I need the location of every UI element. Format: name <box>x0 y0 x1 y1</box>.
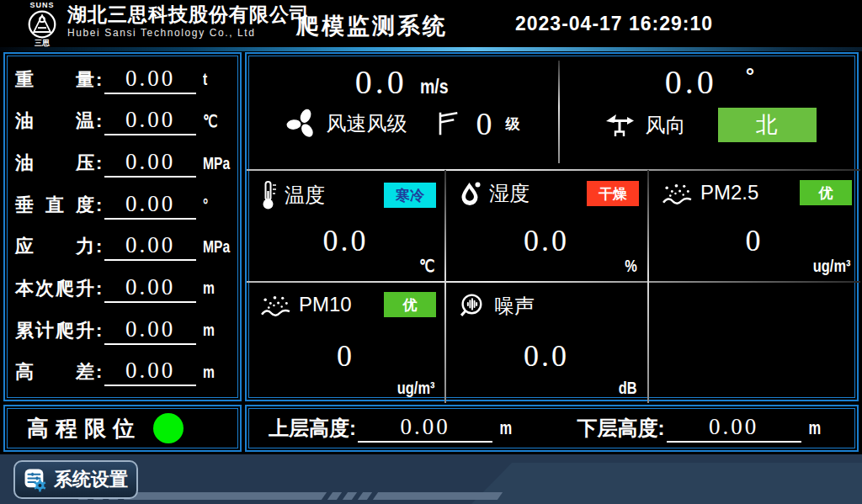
measure-value: 0.00 <box>104 358 196 386</box>
sensor-value: 0.0 <box>247 225 444 256</box>
colon: : <box>96 236 102 257</box>
sensor-cell-pm25: PM2.5 优 0 ug/m³ <box>648 170 860 281</box>
lower-height-label: 下层高度: <box>577 415 665 442</box>
elevation-limit-label: 高程限位 <box>27 414 141 443</box>
upper-height-group: 上层高度: 0.00 m <box>269 414 527 442</box>
thermometer-icon <box>260 180 277 210</box>
humidity-status-badge: 干燥 <box>587 181 639 206</box>
measure-unit: t <box>203 70 226 89</box>
measure-value: 0.00 <box>104 191 196 220</box>
temperature-status-badge: 寒冷 <box>384 183 436 208</box>
upper-height-unit: m <box>499 417 512 439</box>
elevation-limit-indicator <box>153 413 184 443</box>
measure-label: 油压 <box>15 151 94 176</box>
wind-direction-unit: ° <box>746 63 754 89</box>
layer-heights-box: 上层高度: 0.00 m 下层高度: 0.00 m <box>245 405 859 452</box>
wind-speed-label: 风速风级 <box>327 110 407 137</box>
measure-row-total-climb: 累计爬升 : 0.00 m <box>15 311 231 350</box>
measure-label: 累计爬升 <box>15 318 94 343</box>
measure-value: 0.00 <box>104 107 196 135</box>
lower-height-value: 0.00 <box>667 414 801 442</box>
measure-value: 0.00 <box>104 274 196 303</box>
measurements-sidebar: 重量 : 0.00 t 油温 : 0.00 ℃ 油压 : 0.00 MPa 垂直… <box>3 52 242 401</box>
sensor-value: 0 <box>648 225 860 256</box>
particles-icon <box>260 293 291 317</box>
company-name-en: Hubei Sansi Technology Co., Ltd <box>67 27 310 39</box>
sensor-cell-temperature: 温度 寒冷 0.0 ℃ <box>247 170 444 281</box>
measure-row-current-climb: 本次爬升 : 0.00 m <box>15 269 231 308</box>
sensor-value: 0.0 <box>445 225 647 256</box>
sensor-cell-pm10: PM10 优 0 ug/m³ <box>247 282 444 403</box>
page-title: 爬模监测系统 <box>296 11 448 41</box>
measure-unit: MPa <box>203 237 226 257</box>
sensor-unit: dB <box>619 379 637 398</box>
humidity-icon <box>459 180 482 207</box>
measure-row-oil-temp: 油温 : 0.00 ℃ <box>15 102 231 141</box>
measure-row-oil-pressure: 油压 : 0.00 MPa <box>15 144 231 183</box>
sensor-label: 温度 <box>285 182 325 209</box>
footer-stripes <box>81 492 500 500</box>
datetime-display: 2023-04-17 16:29:10 <box>515 13 713 35</box>
colon: : <box>96 110 102 132</box>
wind-speed-section: 0.0 m/s 风速风级 <box>247 54 559 170</box>
measure-unit: ° <box>203 195 226 215</box>
measure-value: 0.00 <box>104 316 196 345</box>
measure-label: 重量 <box>15 67 94 93</box>
measure-unit: m <box>203 279 226 298</box>
sensor-unit: ug/m³ <box>812 257 850 276</box>
colon: : <box>96 361 102 383</box>
company-name-cn: 湖北三思科技股份有限公司 <box>67 4 310 25</box>
header: SUNS 三思 湖北三思科技股份有限公司 Hubei Sansi Technol… <box>0 0 862 47</box>
measure-label: 油温 <box>15 109 94 134</box>
sensor-value: 0 <box>247 341 444 371</box>
company-logo: SUNS 三思 <box>19 1 66 49</box>
wind-vane-icon <box>604 113 637 138</box>
colon: : <box>96 152 102 174</box>
sensor-label: PM2.5 <box>700 181 758 204</box>
settings-button-label: 系统设置 <box>54 467 128 492</box>
colon: : <box>96 278 102 300</box>
measure-unit: m <box>203 363 226 382</box>
measure-unit: m <box>203 321 226 340</box>
measure-unit: ℃ <box>203 111 226 131</box>
settings-sliders-gear-icon <box>24 464 47 496</box>
upper-height-label: 上层高度: <box>269 415 356 442</box>
wind-speed-unit: m/s <box>420 76 449 98</box>
wind-direction-section: 0.0 ° 风向 北 <box>559 54 860 170</box>
sensor-unit: % <box>625 257 637 276</box>
wind-level-icon <box>434 111 458 136</box>
measure-row-weight: 重量 : 0.00 t <box>15 61 231 99</box>
sensor-unit: ug/m³ <box>396 379 434 398</box>
fan-icon <box>286 108 318 140</box>
elevation-limit-box: 高程限位 <box>3 405 242 452</box>
company-name: 湖北三思科技股份有限公司 Hubei Sansi Technology Co.,… <box>67 4 310 39</box>
sansi-logo-icon <box>27 9 57 40</box>
sensor-cell-humidity: 湿度 干燥 0.0 % <box>445 170 647 281</box>
measure-label: 本次爬升 <box>15 276 94 301</box>
logo-suns-text: SUNS <box>19 1 66 9</box>
sensor-value: 0.0 <box>445 341 647 371</box>
wind-level-unit: 级 <box>506 114 520 134</box>
measure-row-verticality: 垂直度 : 0.00 ° <box>15 186 231 225</box>
sensor-cell-empty <box>648 282 860 403</box>
sensor-unit: ℃ <box>419 256 434 276</box>
wind-direction-badge: 北 <box>718 108 817 142</box>
noise-icon <box>459 292 487 320</box>
measure-label: 高差 <box>15 359 94 385</box>
sensor-label: 湿度 <box>489 180 529 207</box>
sensor-label: 噪声 <box>494 293 535 320</box>
sensor-cell-noise: 噪声 0.0 dB <box>445 282 647 403</box>
footer-accent-shape <box>471 463 862 504</box>
lower-height-unit: m <box>808 417 821 439</box>
measure-label: 垂直度 <box>15 193 94 218</box>
screen: SUNS 三思 湖北三思科技股份有限公司 Hubei Sansi Technol… <box>0 0 862 504</box>
measure-label: 应力 <box>15 234 94 259</box>
environment-panel: 0.0 m/s 风速风级 <box>245 52 859 401</box>
lower-height-group: 下层高度: 0.00 m <box>577 414 836 442</box>
wind-direction-value: 0.0 <box>665 66 717 99</box>
measure-row-height-diff: 高差 : 0.00 m <box>15 353 231 391</box>
measure-value: 0.00 <box>104 232 196 261</box>
colon: : <box>96 194 102 216</box>
system-settings-button[interactable]: 系统设置 <box>13 460 138 499</box>
wind-direction-label: 风向 <box>646 112 686 139</box>
